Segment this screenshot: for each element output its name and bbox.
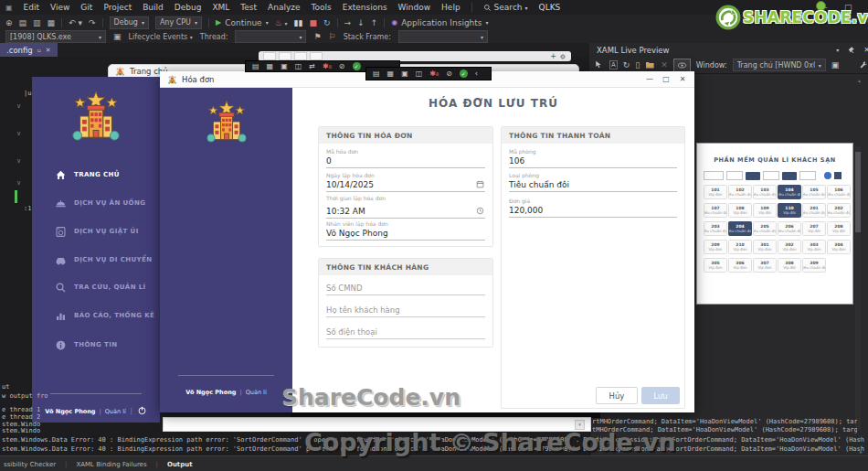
hot-reload-icon[interactable]: ♨ ▾ <box>275 18 288 27</box>
calendar-icon[interactable] <box>476 180 484 192</box>
minimize-button[interactable]: — <box>641 75 658 83</box>
room-card[interactable]: 210Vip đơn <box>728 240 752 254</box>
tab-xaml-binding-failures[interactable]: XAML Binding Failures <box>76 461 146 468</box>
select-element-icon[interactable]: ▣ <box>401 70 408 78</box>
sidebar-item-dich-vu-an-uong[interactable]: DỊCH VỤ ĂN UỐNG <box>32 195 160 211</box>
process-dropdown[interactable]: [1908] QLKS.exe▾ <box>5 30 106 43</box>
screenshot-icon[interactable]: ▦ <box>267 62 274 70</box>
clock-icon[interactable] <box>476 207 484 219</box>
room-card[interactable]: 208Vip đôi <box>827 221 851 236</box>
menu-item-analyze[interactable]: Analyze <box>268 3 300 12</box>
funnel-icon[interactable] <box>844 60 853 70</box>
layers-icon[interactable]: ▣ <box>831 60 840 70</box>
field-loai-phong[interactable]: Loại phòng Tiêu chuẩn đôi <box>509 172 677 192</box>
select-element-icon[interactable] <box>595 60 604 70</box>
room-card[interactable]: 305Vip đơn <box>704 258 727 273</box>
room-card[interactable]: 104Tiêu chuẩn đôi <box>778 185 801 199</box>
tab-segment[interactable] <box>279 52 291 60</box>
step-over-icon[interactable]: ↓ <box>357 18 365 27</box>
screenshot-icon[interactable]: ▦ <box>387 70 395 78</box>
room-card[interactable]: 309Tiêu chuẩn đôi <box>802 258 826 273</box>
room-card[interactable]: 308Vip đôi <box>778 258 801 273</box>
tab-segment[interactable] <box>263 52 276 60</box>
wrench-icon[interactable] <box>859 60 868 70</box>
window-menu-icon[interactable]: ▾ <box>836 47 839 53</box>
menu-item-debug[interactable]: Debug <box>175 3 202 12</box>
save-button[interactable]: Lưu <box>641 387 680 404</box>
field-so-cmnd[interactable]: Số CMND <box>326 283 485 295</box>
sidebar-item-dich-vu-giat-ui[interactable]: DỊCH VỤ GIẶT ỦI <box>32 223 160 240</box>
menu-item-view[interactable]: View <box>50 3 69 12</box>
room-card[interactable]: 203Tiêu chuẩn đơn <box>704 221 727 236</box>
room-card[interactable]: 105Tiêu chuẩn đơn <box>802 185 826 199</box>
room-card[interactable]: 303Vip đơn <box>802 240 826 254</box>
room-card[interactable]: 110Vip đôi <box>778 203 801 218</box>
filter-button[interactable] <box>746 172 760 180</box>
platform-dropdown[interactable]: Any CPU▾ <box>155 16 202 29</box>
sync-icon[interactable]: ⇄ <box>309 62 315 70</box>
field-ho-ten[interactable]: Họ tên khách hàng <box>326 305 485 317</box>
room-card[interactable]: 103Tiêu chuẩn đơn <box>753 185 777 199</box>
cancel-button[interactable]: Hủy <box>596 387 638 404</box>
thread-dropdown[interactable]: ▾ <box>235 30 306 43</box>
step-into-icon[interactable]: → <box>344 18 352 27</box>
menu-item-test[interactable]: Test <box>240 3 257 12</box>
stack-frame-dropdown[interactable]: ▾ <box>398 30 488 43</box>
lifecycle-events-dropdown[interactable]: Lifecycle Events ▾ <box>129 33 193 41</box>
app-insights-dropdown[interactable]: ◉ Application Insights▾ <box>391 18 488 27</box>
room-card[interactable]: 207Vip đôi <box>802 221 826 236</box>
save-icon[interactable]: ▦ <box>48 18 56 27</box>
room-card[interactable]: 101Vip đơn <box>704 185 727 199</box>
field-thoi-gian[interactable]: Thời gian lập hóa đơn 10:32 AM <box>326 195 485 219</box>
sidebar-item-thong-tin[interactable]: THÔNG TIN <box>32 337 160 353</box>
refresh-icon[interactable]: ↻ <box>623 60 630 70</box>
room-card[interactable]: 109Vip đôi <box>753 203 777 218</box>
room-card[interactable]: 304Vip đơn <box>827 240 851 254</box>
tab-segment[interactable] <box>310 52 323 60</box>
scrollbar[interactable] <box>855 146 861 430</box>
room-card[interactable]: 107Tiêu chuẩn đôi <box>704 203 727 218</box>
field-ngay-lap[interactable]: Ngày lập hóa đơn 10/14/2025 <box>326 172 485 192</box>
search-control[interactable]: Search▾ <box>483 3 528 12</box>
fold-chevron-icon[interactable]: ∨ <box>16 157 21 165</box>
menu-item-xml[interactable]: XML <box>212 3 229 12</box>
stop-icon[interactable]: ■ <box>310 18 318 27</box>
menu-item-window[interactable]: Window <box>398 3 431 12</box>
room-card[interactable]: 106Tiêu chuẩn đôi <box>827 185 851 199</box>
undo-icon[interactable]: ↶ ▾ <box>69 18 82 27</box>
visual-tree-icon[interactable]: ◫ <box>416 70 423 78</box>
visual-tree-icon[interactable]: ◫ <box>295 62 302 70</box>
room-card[interactable]: 301Vip đơn <box>753 240 777 254</box>
sidebar-item-dich-vu-di-chuyen[interactable]: DỊCH VỤ DI CHUYỂN <box>32 252 160 268</box>
scroll-right-icon[interactable]: ▸ <box>860 448 863 455</box>
open-file-icon[interactable]: ▥ <box>33 18 41 27</box>
add-tab-icon[interactable]: + <box>550 52 556 60</box>
layout-adorner-icon[interactable]: ▤ <box>373 70 380 78</box>
xaml-preview-header[interactable]: XAML Live Preview ▾ ✕ <box>589 43 868 57</box>
redo-icon[interactable]: ↷ <box>89 18 96 27</box>
close-icon[interactable]: ✕ <box>46 47 51 54</box>
menu-item-tools[interactable]: Tools <box>312 3 332 12</box>
room-card[interactable]: 201Tiêu chuẩn đơn <box>802 203 826 218</box>
fold-chevron-icon[interactable]: ∨ <box>16 179 21 187</box>
sidebar-item-bao-cao-thong-ke[interactable]: BÁO CÁO, THỐNG KÊ <box>32 307 160 324</box>
break-all-icon[interactable]: ▮▮ <box>294 18 303 27</box>
room-card[interactable]: 206Tiêu chuẩn đôi <box>778 221 801 236</box>
disable-icon[interactable]: ⊘ <box>446 70 452 78</box>
layout-adorner-icon[interactable]: ▤ <box>252 62 259 70</box>
room-card[interactable]: 205Tiêu chuẩn đơn <box>753 221 777 236</box>
field-don-gia[interactable]: Đơn giá 120,000 <box>509 198 677 218</box>
sidebar-item-trang-chu[interactable]: TRANG CHỦ <box>32 166 160 183</box>
field-so-dien-thoai[interactable]: Số điện thoại <box>326 326 485 339</box>
close-icon[interactable]: ✕ <box>863 46 868 54</box>
collapse-icon[interactable]: ‹ <box>475 70 478 78</box>
tab-config[interactable]: .config ▫ ✕ <box>0 43 58 57</box>
menu-item-help[interactable]: Help <box>441 3 460 12</box>
pin-icon[interactable] <box>847 46 855 54</box>
hot-reload-badge-icon[interactable]: ✱8 <box>323 62 332 70</box>
sidebar-item-tra-cuu-quan-li[interactable]: TRA CỨU, QUẢN LÍ <box>32 279 160 295</box>
scroll-down-icon[interactable]: ▾ <box>860 435 863 442</box>
continue-button[interactable]: ▶ Continue▾ <box>216 18 269 27</box>
tab-output[interactable]: Output <box>167 461 193 468</box>
menu-item-git[interactable]: Git <box>80 3 92 12</box>
